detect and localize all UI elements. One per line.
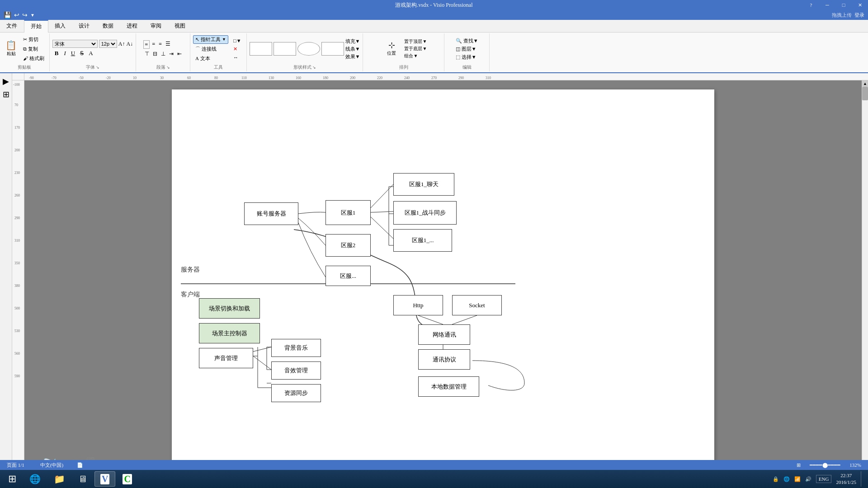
status-view-normal[interactable]: ⊞ <box>797 462 801 468</box>
bold-btn[interactable]: B <box>52 49 61 58</box>
box-yinxiao[interactable]: 音效管理 <box>271 361 321 380</box>
taskbar-app-1[interactable]: 🖥 <box>72 471 93 487</box>
layer-btn[interactable]: ◫ 图层▼ <box>456 46 478 52</box>
canvas-area: -90 -70 -50 -20 10 30 60 80 110 130 160 … <box>12 73 868 460</box>
close-tool-btn[interactable]: ✕ <box>231 45 244 53</box>
qa-undo[interactable]: ↩ <box>14 11 19 19</box>
send-back-btn[interactable]: 置于底层▼ <box>404 46 427 52</box>
taskbar-app-visio[interactable]: V <box>94 471 115 487</box>
box-qufu1[interactable]: 区服1 <box>326 200 371 225</box>
tray-lang[interactable]: ENG <box>816 475 832 483</box>
box-qufu1-battle[interactable]: 区服1_战斗同步 <box>393 201 457 225</box>
taskbar-app-files[interactable]: 📁 <box>48 471 71 487</box>
pointer-tool-btn[interactable]: ↖ 指针工具 ▼ <box>193 35 228 44</box>
shapestyle-label: 形状样式 ↘ <box>293 63 316 70</box>
scroll-up-btn[interactable]: ▲ <box>862 80 868 87</box>
close-btn[interactable]: ✕ <box>852 0 868 10</box>
font-decrease[interactable]: A↓ <box>126 41 133 47</box>
tab-design[interactable]: 设计 <box>72 20 96 32</box>
shape-preview-4[interactable] <box>321 42 344 56</box>
connector-tool-btn[interactable]: ⌒ 连接线 <box>193 45 228 53</box>
box-socket[interactable]: Socket <box>452 295 502 315</box>
box-zhanghao[interactable]: 账号服务器 <box>244 202 298 225</box>
help-btn[interactable]: ? <box>803 0 819 10</box>
indent-btn[interactable]: ⇥ <box>168 50 175 58</box>
align-left-btn[interactable]: ≡ <box>143 40 150 49</box>
box-bendi[interactable]: 本地数据管理 <box>418 376 479 397</box>
show-desktop-btn[interactable] <box>861 471 863 487</box>
bullet-btn[interactable]: ☰ <box>164 40 172 49</box>
status-icon1: 📄 <box>77 462 83 468</box>
shape-preview-2[interactable] <box>274 42 296 56</box>
stencil-icon2[interactable]: ⊞ <box>2 89 10 100</box>
taskbar-app-network[interactable]: 🌐 <box>24 471 47 487</box>
align-center-btn[interactable]: ≡ <box>151 40 156 49</box>
box-ziyuan[interactable]: 资源同步 <box>271 384 321 402</box>
format-btn[interactable]: 🖌 格式刷 <box>21 54 47 63</box>
shape-preview-3[interactable] <box>297 42 320 56</box>
tab-file[interactable]: 文件 <box>0 20 24 32</box>
fontcolor-btn[interactable]: A <box>87 49 94 57</box>
select-btn[interactable]: ⬚ 选择▼ <box>456 54 478 61</box>
taskbar-app-2[interactable]: C <box>117 471 137 487</box>
align-right-btn[interactable]: ≡ <box>157 40 163 49</box>
group-btn[interactable]: 组合▼ <box>404 53 427 59</box>
font-increase[interactable]: A↑ <box>118 41 125 47</box>
box-changjing-switch[interactable]: 场景切换和加载 <box>199 298 260 319</box>
box-wangluo[interactable]: 网络通讯 <box>418 324 470 345</box>
line-btn[interactable]: 线条▼ <box>345 46 360 52</box>
stencil-icon[interactable]: ▶ <box>2 75 10 87</box>
scroll-thumb-v[interactable] <box>862 87 868 100</box>
italic-btn[interactable]: I <box>62 49 67 57</box>
zoom-slider[interactable]: ━━━━⬤━━━━ <box>810 462 840 468</box>
quick-access-toolbar: 💾 ↩ ↪ ▼ 拖拽上传 登录 <box>0 10 868 20</box>
canvas-scroll[interactable]: 服务器 客户端 账号服务器 区服1 区服2 区服... <box>24 80 862 460</box>
tab-insert[interactable]: 插入 <box>48 20 72 32</box>
tab-review[interactable]: 审阅 <box>144 20 168 32</box>
maximize-btn[interactable]: □ <box>835 0 852 10</box>
tab-data[interactable]: 数据 <box>96 20 120 32</box>
outdent-btn[interactable]: ⇤ <box>176 50 183 58</box>
box-shengyin[interactable]: 声音管理 <box>199 348 253 368</box>
valign-bot-btn[interactable]: ⊥ <box>160 50 167 58</box>
box-changjing-ctrl[interactable]: 场景主控制器 <box>199 323 260 343</box>
start-btn[interactable]: ⊞ <box>2 471 22 487</box>
bring-front-btn[interactable]: 置于顶层▼ <box>404 38 427 45</box>
box-http[interactable]: Http <box>393 295 443 315</box>
tab-view[interactable]: 视图 <box>168 20 192 32</box>
cut-btn[interactable]: ✂ 剪切 <box>21 35 47 44</box>
font-family-select[interactable]: 宋体 <box>52 40 98 48</box>
qa-login[interactable]: 登录 <box>854 12 864 19</box>
qa-more[interactable]: ▼ <box>30 13 35 18</box>
valign-top-btn[interactable]: ⊤ <box>143 50 151 58</box>
box-qufudot[interactable]: 区服... <box>326 266 371 286</box>
font-size-select[interactable]: 12pt <box>99 40 117 48</box>
box-tongxun[interactable]: 通讯协议 <box>418 349 470 370</box>
ribbon-group-shapestyle: 填充▼ 线条▼ 效果▼ 形状样式 ↘ <box>247 33 363 71</box>
underline-btn[interactable]: U <box>69 49 77 57</box>
fill-btn[interactable]: 填充▼ <box>345 38 360 45</box>
strikethrough-btn[interactable]: S̶ <box>78 49 85 57</box>
qa-redo[interactable]: ↪ <box>22 11 28 19</box>
box-beijing-yinyue[interactable]: 背景音乐 <box>271 339 321 357</box>
box-qufu1-chat[interactable]: 区服1_聊天 <box>393 173 454 196</box>
tools-label: 工具 <box>214 63 223 70</box>
app1-icon: 🖥 <box>78 474 87 484</box>
copy-btn[interactable]: ⧉ 复制 <box>21 45 47 53</box>
minimize-btn[interactable]: ─ <box>819 0 835 10</box>
tab-process[interactable]: 进程 <box>120 20 144 32</box>
qa-save[interactable]: 💾 <box>4 11 11 19</box>
box-qufu1-dot[interactable]: 区服1_... <box>393 229 452 252</box>
valign-mid-btn[interactable]: ⊟ <box>151 50 159 58</box>
box-qufu2[interactable]: 区服2 <box>326 234 371 257</box>
fit-text-btn[interactable]: ↔ <box>231 54 244 61</box>
effect-btn[interactable]: 效果▼ <box>345 53 360 60</box>
tab-home[interactable]: 开始 <box>24 20 48 33</box>
shape-preview-1[interactable] <box>250 42 272 56</box>
shape-btn[interactable]: □▼ <box>231 37 244 44</box>
text-tool-btn[interactable]: A 文本 <box>193 54 228 63</box>
vertical-scrollbar[interactable]: ▲ ▼ <box>862 80 868 460</box>
position-btn[interactable]: ⊹ 位置 <box>380 38 403 59</box>
find-btn[interactable]: 🔍 查找▼ <box>456 38 478 44</box>
paste-btn[interactable]: 📋 粘贴 <box>3 39 19 59</box>
